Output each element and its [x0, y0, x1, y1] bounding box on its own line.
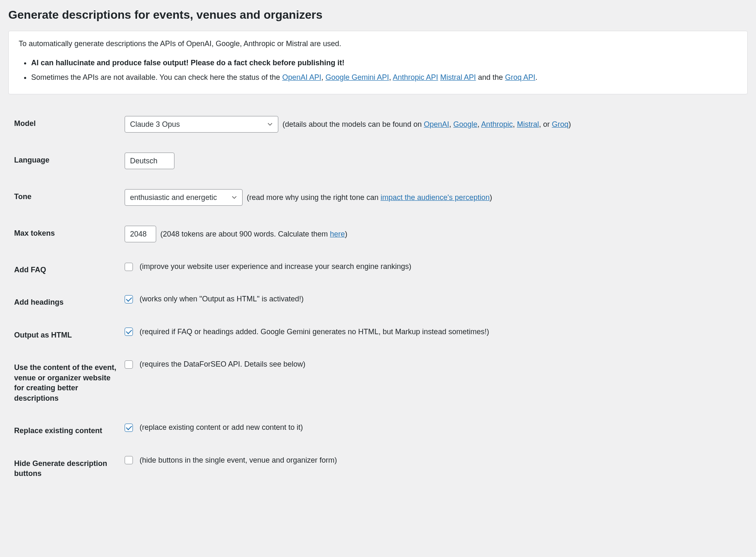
mistral-api-link[interactable]: Mistral API — [440, 73, 476, 81]
hide-buttons-checkbox[interactable] — [125, 456, 133, 464]
model-select[interactable]: Claude 3 Opus — [125, 116, 278, 133]
calculate-tokens-link[interactable]: here — [330, 230, 345, 238]
add-headings-hint: (works only when "Output as HTML" is act… — [140, 295, 304, 303]
use-content-checkbox[interactable] — [125, 360, 133, 369]
info-box: To automatically generate descriptions t… — [8, 31, 748, 94]
max-tokens-label: Max tokens — [8, 226, 125, 238]
groq-link[interactable]: Groq — [552, 120, 568, 128]
openai-link[interactable]: OpenAI — [424, 120, 449, 128]
max-tokens-hint: (2048 tokens are about 900 words. Calcul… — [160, 230, 347, 239]
hide-buttons-label: Hide Generate description buttons — [8, 456, 125, 479]
add-faq-hint: (improve your website user experience an… — [140, 262, 411, 271]
anthropic-api-link[interactable]: Anthropic API — [393, 73, 438, 81]
info-list: AI can hallucinate and produce false out… — [19, 57, 737, 83]
output-html-hint: (required if FAQ or headings added. Goog… — [140, 328, 489, 336]
output-html-label: Output as HTML — [8, 328, 125, 340]
add-headings-checkbox[interactable] — [125, 295, 133, 303]
settings-form: Model Claude 3 Opus (details about the m… — [8, 106, 748, 489]
use-content-label: Use the content of the event, venue or o… — [8, 360, 125, 403]
tone-hint: (read more why using the right tone can … — [247, 193, 492, 202]
output-html-checkbox[interactable] — [125, 328, 133, 336]
anthropic-link[interactable]: Anthropic — [481, 120, 513, 128]
replace-existing-checkbox[interactable] — [125, 424, 133, 432]
language-input[interactable] — [125, 153, 174, 169]
language-label: Language — [8, 153, 125, 165]
page-title: Generate descriptions for events, venues… — [8, 8, 748, 22]
info-warning: AI can hallucinate and produce false out… — [31, 57, 737, 69]
openai-api-link[interactable]: OpenAI API — [282, 73, 321, 81]
replace-existing-hint: (replace existing content or add new con… — [140, 423, 303, 432]
tone-select[interactable]: enthusiastic and energetic — [125, 189, 243, 206]
add-faq-checkbox[interactable] — [125, 263, 133, 271]
use-content-hint: (requires the DataForSEO API. Details se… — [140, 360, 305, 369]
info-status: Sometimes the APIs are not available. Yo… — [31, 72, 737, 83]
tone-label: Tone — [8, 189, 125, 202]
model-hint: (details about the models can be found o… — [282, 120, 571, 129]
add-faq-label: Add FAQ — [8, 262, 125, 275]
tone-impact-link[interactable]: impact the audience's perception — [380, 193, 490, 202]
max-tokens-input[interactable] — [125, 226, 156, 242]
mistral-link[interactable]: Mistral — [517, 120, 539, 128]
google-link[interactable]: Google — [453, 120, 477, 128]
info-intro: To automatically generate descriptions t… — [19, 39, 737, 48]
add-headings-label: Add headings — [8, 295, 125, 307]
groq-api-link[interactable]: Groq API — [505, 73, 535, 81]
hide-buttons-hint: (hide buttons in the single event, venue… — [140, 456, 337, 465]
gemini-api-link[interactable]: Google Gemini API — [325, 73, 389, 81]
replace-existing-label: Replace existing content — [8, 423, 125, 436]
model-label: Model — [8, 116, 125, 128]
